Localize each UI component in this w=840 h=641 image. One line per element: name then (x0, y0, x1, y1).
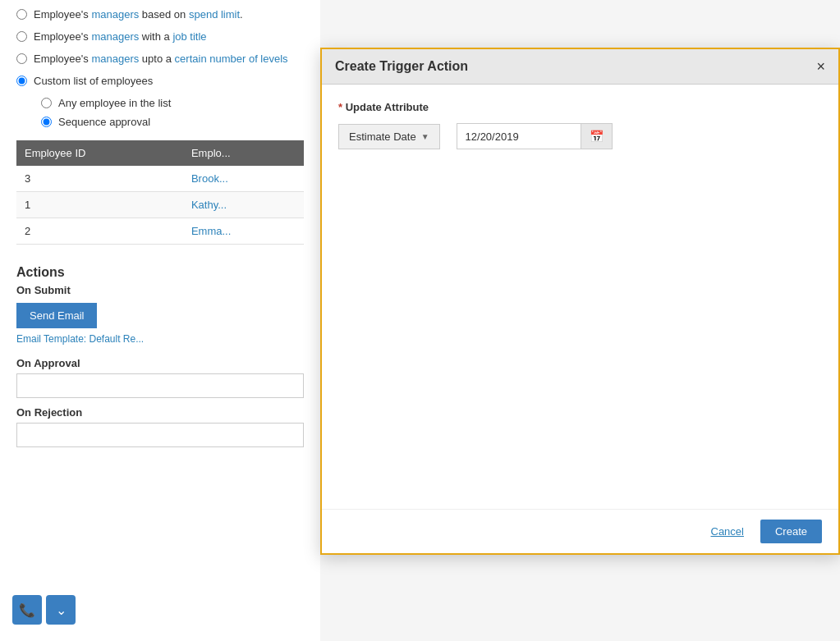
attribute-row: Estimate Date ▼ 📅 (338, 123, 822, 149)
employee-id-cell: 3 (16, 166, 183, 192)
on-rejection-box (16, 423, 304, 447)
radio-levels: Employee's managers upto a certain numbe… (16, 53, 304, 65)
modal-title: Create Trigger Action (335, 59, 468, 74)
email-template-value: Default Re... (90, 333, 145, 345)
job-title-link[interactable]: job title (172, 30, 206, 43)
radio-job-title: Employee's managers with a job title (16, 30, 304, 43)
background-panel: Employee's managers based on spend limit… (0, 0, 320, 641)
calendar-icon: 📅 (590, 130, 604, 143)
estimate-date-label: Estimate Date (349, 130, 416, 143)
managers-link-2[interactable]: managers (91, 30, 139, 43)
radio-levels-input[interactable] (16, 53, 27, 64)
radio-spend-limit: Employee's managers based on spend limit… (16, 8, 304, 21)
modal-close-button[interactable]: × (816, 59, 825, 74)
radio-job-input[interactable] (16, 31, 27, 42)
on-approval-box (16, 373, 304, 398)
spend-limit-link[interactable]: spend limit (189, 8, 240, 21)
employee-id-cell: 2 (16, 218, 183, 245)
modal-footer: Cancel Create (322, 509, 838, 553)
col-employee-id: Employee ID (16, 140, 183, 166)
on-approval-label: On Approval (16, 357, 304, 369)
date-input[interactable] (457, 125, 581, 149)
create-trigger-modal: Create Trigger Action × Update Attribute… (320, 48, 840, 555)
modal-header: Create Trigger Action × (322, 49, 838, 85)
floating-buttons: 📞 ⌄ (12, 595, 76, 625)
send-email-button[interactable]: Send Email (16, 303, 97, 328)
employee-name-cell: Brook... (183, 166, 304, 192)
email-template-label: Email Template: (16, 333, 86, 345)
update-attribute-label: Update Attribute (338, 101, 822, 113)
table-row: 3 Brook... (16, 166, 304, 192)
cancel-button[interactable]: Cancel (703, 520, 752, 543)
radio-custom-input[interactable] (16, 76, 27, 86)
managers-link-3[interactable]: managers (91, 53, 139, 65)
email-template-row: Email Template: Default Re... (16, 333, 304, 345)
radio-seq-input[interactable] (41, 117, 52, 127)
on-rejection-label: On Rejection (16, 406, 304, 419)
managers-link-1[interactable]: managers (91, 8, 139, 21)
certain-number-link[interactable]: certain number of levels (175, 53, 288, 65)
create-button[interactable]: Create (760, 520, 822, 543)
estimate-date-button[interactable]: Estimate Date ▼ (338, 124, 440, 149)
radio-sequence: Sequence approval (41, 116, 304, 128)
employee-name-cell: Kathy... (183, 192, 304, 218)
on-submit-label: On Submit (16, 284, 304, 296)
col-employee-name: Emplo... (183, 140, 304, 166)
modal-body: Update Attribute Estimate Date ▼ 📅 (322, 85, 838, 509)
table-row: 1 Kathy... (16, 192, 304, 218)
employee-table: Employee ID Emplo... 3 Brook... 1 Kathy.… (16, 140, 304, 245)
phone-icon: 📞 (19, 602, 35, 618)
chevron-button[interactable]: ⌄ (46, 595, 76, 625)
radio-any-input[interactable] (41, 98, 52, 108)
radio-spend-input[interactable] (16, 9, 27, 20)
table-row: 2 Emma... (16, 218, 304, 245)
employee-id-cell: 1 (16, 192, 183, 218)
calendar-button[interactable]: 📅 (581, 124, 612, 149)
chevron-down-icon: ⌄ (56, 602, 67, 618)
date-input-wrapper: 📅 (457, 123, 613, 149)
actions-section: Actions On Submit Send Email Email Templ… (16, 257, 304, 456)
dropdown-arrow-icon: ▼ (421, 132, 429, 141)
employee-name-cell: Emma... (183, 218, 304, 245)
radio-any-employee: Any employee in the list (41, 97, 304, 109)
nested-radio-group: Any employee in the list Sequence approv… (16, 97, 304, 128)
actions-title: Actions (16, 265, 304, 280)
phone-button[interactable]: 📞 (12, 595, 42, 625)
radio-custom: Custom list of employees (16, 75, 304, 87)
